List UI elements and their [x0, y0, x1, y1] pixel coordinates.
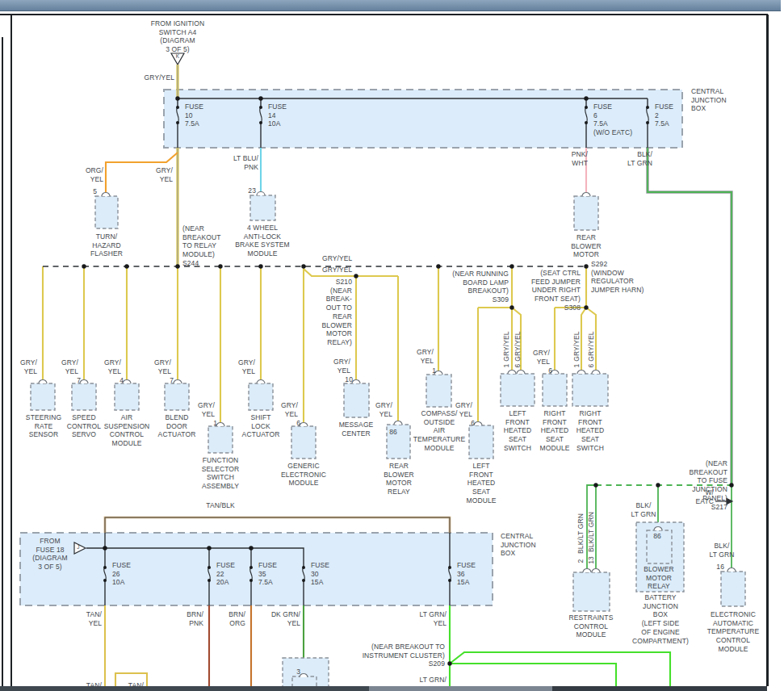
pin-6-gem: 6 — [296, 419, 300, 428]
right-front-heated-seat-switch-label: RIGHT FRONT HEATED SEAT SWITCH — [576, 409, 604, 453]
wire-label-gryyel-message: GRY/ YEL — [333, 358, 350, 375]
pin-23: 23 — [248, 186, 256, 195]
wire-label-gryyel-compass: GRY/ YEL — [417, 348, 434, 365]
wire-label-pnkwht: PNK/ WHT — [572, 150, 588, 167]
splice-s210-note: S210 (NEAR BREAK- OUT TO REAR BLOWER MOT… — [322, 278, 352, 347]
speed-control-servo-label: SPEED CONTROL SERVO — [67, 413, 101, 439]
air-suspension-label: AIR SUSPENSION CONTROL MODULE — [104, 413, 150, 448]
generic-electronic-module-label: GENERIC ELECTRONIC MODULE — [281, 462, 326, 488]
splice-s292-note: S292 (WINDOW REGULATOR JUMPER HARN) — [591, 260, 644, 295]
pin-2-rcm: 2 — [576, 559, 585, 563]
wire-label-blkltgrn-bjb: BLK/ LT GRN — [631, 501, 656, 518]
pin-4-airsusp: 4 — [119, 376, 124, 385]
from-fuse-18-note: FROM FUSE 18 (DIAGRAM 3 OF 5) — [32, 537, 67, 572]
splice-s308-note: (SEAT CTRL FEED JUMPER UNDER RIGHT FRONT… — [531, 269, 581, 312]
connector-j-letter: J — [77, 544, 79, 551]
wire-label-ltblupnk: LT BLU/ PNK — [233, 154, 258, 171]
shift-lock-actuator-label: SHIFT LOCK ACTUATOR — [242, 413, 280, 439]
page-left-border-inner — [10, 15, 12, 686]
wire-label-gryyel-airsusp: GRY/ YEL — [104, 358, 121, 375]
pin-10-message: 10 — [345, 375, 353, 384]
wire-label-gryyel-fuse10: GRY/ YEL — [156, 166, 173, 183]
bottom-bar-segment-1 — [0, 686, 369, 691]
wire-label-gryyel-rfhss-6: GRY/YEL — [587, 331, 596, 361]
fuse-6-label: FUSE 6 7.5A (W/O EATC) — [593, 103, 632, 137]
battery-junction-box-label: BATTERY JUNCTION BOX (LEFT SIDE OF ENGIN… — [632, 593, 689, 645]
splice-s309-note: (NEAR RUNNING BOARD LAMP BREAKOUT) S309 — [452, 270, 509, 304]
wire-label-gryyel-feed: GRY/YEL — [145, 73, 174, 82]
wire-label-brnpnk: BRN/ PNK — [187, 610, 203, 627]
compass-module-label: COMPASS/ OUTSIDE AIR TEMPERATURE MODULE — [413, 409, 466, 453]
wire-label-blkltgrn-rcm-2: BLK/LT GRN — [576, 513, 585, 554]
wire-label-blkltgrn-top: BLK/ LT GRN — [627, 150, 652, 167]
wire-label-gryyel-speed: GRY/ YEL — [61, 358, 78, 375]
bottom-bar-segment-3 — [552, 686, 767, 691]
wire-label-gryyel-rfhss-1: GRY/YEL — [572, 331, 581, 361]
wire-label-blkltgrn-rcm-13: BLK/LT GRN — [587, 512, 596, 552]
diagram-labels: FROM IGNITION SWITCH A4 (DIAGRAM 3 OF 5)… — [0, 0, 784, 691]
pin-1-lfhss: 1 — [502, 364, 511, 368]
fuse-2-label: FUSE 2 7.5A — [655, 103, 673, 128]
pin-6-lfhss: 6 — [514, 364, 522, 368]
abs-module-label: 4 WHEEL ANTI-LOCK BRAKE SYSTEM MODULE — [235, 224, 289, 258]
pin-7-blend: 7 — [170, 376, 174, 385]
fuse-30-label: FUSE 30 15A — [311, 561, 329, 587]
function-selector-label: FUNCTION SELECTOR SWITCH ASSEMBLY — [202, 456, 239, 491]
left-front-heated-seat-switch-label: LEFT FRONT HEATED SEAT SWITCH — [504, 409, 531, 453]
fuse-14-label: FUSE 14 10A — [268, 103, 287, 128]
pin-6-lfhsm: 6 — [471, 419, 475, 428]
splice-s244-note: (NEAR BREAKOUT TO RELAY MODULE) S244 — [182, 224, 221, 268]
central-junction-box-top-label: CENTRAL JUNCTION BOX — [691, 87, 727, 113]
pin-86-bmr: 86 — [653, 532, 661, 541]
central-junction-box-bottom-label: CENTRAL JUNCTION BOX — [501, 532, 536, 558]
wire-label-ltgrnyel: LT GRN/ YEL — [420, 610, 447, 627]
fuse-36-label: FUSE 36 15A — [457, 561, 476, 587]
right-front-heated-seat-module-label: RIGHT FRONT HEATED SEAT MODULE — [540, 409, 570, 453]
from-ignition-note: FROM IGNITION SWITCH A4 (DIAGRAM 3 OF 5) — [151, 19, 204, 54]
w-eatc-note: W/ EATC — [696, 488, 714, 505]
steering-rate-sensor-label: STEERING RATE SENSOR — [26, 413, 61, 439]
rear-blower-motor-relay-label: REAR BLOWER MOTOR RELAY — [384, 462, 413, 496]
wire-label-blkltgrn-eatc: BLK/ LT GRN — [710, 542, 735, 559]
fuse-22-label: FUSE 22 20A — [216, 561, 235, 587]
page-left-border-outer — [2, 37, 3, 686]
fuse-10-label: FUSE 10 7.5A — [185, 103, 203, 128]
message-center-label: MESSAGE CENTER — [339, 421, 374, 438]
pin-16-eatc: 16 — [716, 563, 724, 572]
wire-label-brnorg: BRN/ ORG — [228, 610, 245, 627]
page-right-border — [766, 15, 769, 686]
wire-label-gryyel-funcsel: GRY/ YEL — [198, 401, 215, 418]
wire-label-orgyel: ORG/ YEL — [86, 166, 103, 183]
bus-label-gryyel-1: GRY/YEL — [322, 254, 352, 263]
wire-label-tanblk: TAN/BLK — [206, 501, 235, 510]
wire-label-tanyel: TAN/ YEL — [86, 610, 102, 627]
fuse-35-label: FUSE 35 7.5A — [258, 561, 277, 587]
left-front-heated-seat-module-label: LEFT FRONT HEATED SEAT MODULE — [467, 462, 497, 505]
bottom-bar-segment-2 — [369, 686, 552, 691]
wire-label-gryyel-lfhss-1: GRY/YEL — [502, 331, 511, 361]
wire-label-gryyel-gem: GRY/ YEL — [281, 401, 298, 418]
wire-label-gryyel-shift: GRY/ YEL — [238, 358, 255, 375]
turn-hazard-flasher-label: TURN/ HAZARD FLASHER — [90, 232, 123, 258]
page-top-border — [0, 14, 768, 15]
connector-k-letter: K — [176, 53, 179, 60]
pin-1-rfhss: 1 — [572, 364, 581, 368]
pin-13-rcm: 13 — [587, 556, 596, 564]
pin-1-funcsel: 1 — [213, 419, 217, 428]
pin-5: 5 — [93, 187, 97, 196]
pin-6-rfhsm: 6 — [548, 366, 552, 375]
restraints-control-module-label: RESTRAINTS CONTROL MODULE — [569, 614, 614, 639]
pin-1-compass: 1 — [432, 366, 436, 375]
eatc-module-label: ELECTRONIC AUTOMATIC TEMPERATURE CONTROL… — [707, 610, 760, 654]
window-title-bar — [0, 0, 781, 11]
wire-label-gryyel-lfhss-6: GRY/YEL — [514, 331, 522, 361]
splice-s209-note: (NEAR BREAKOUT TO INSTRUMENT CLUSTER) S2… — [363, 643, 445, 668]
wire-label-gryyel-steering: GRY/ YEL — [20, 358, 37, 375]
fuse-26-label: FUSE 26 10A — [112, 561, 131, 587]
blower-motor-relay-label: BLOWER MOTOR RELAY — [644, 565, 673, 591]
pin-7-speed: 7 — [77, 376, 81, 385]
pin-3: 3 — [296, 668, 300, 676]
wire-label-dkgrnyel: DK GRN/ YEL — [271, 610, 300, 627]
blend-door-actuator-label: BLEND DOOR ACTUATOR — [158, 413, 196, 439]
pin-6-rfhss: 6 — [587, 364, 596, 368]
